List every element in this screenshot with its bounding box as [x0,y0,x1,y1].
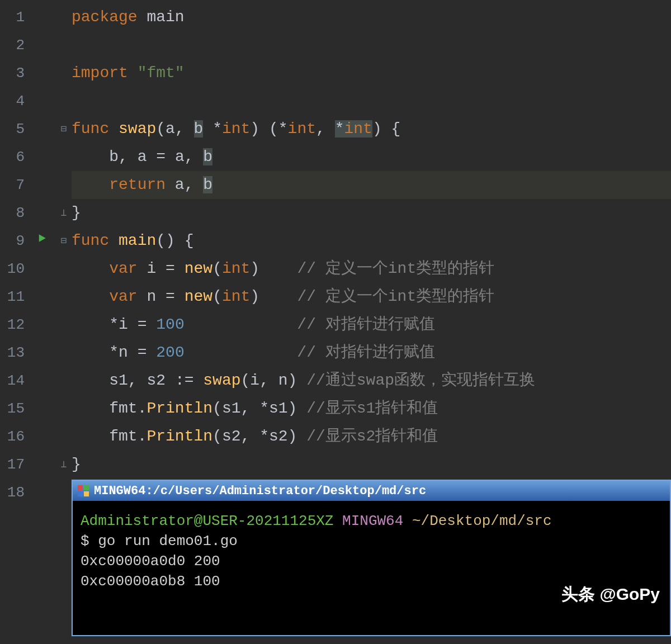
gutter-cell [28,3,56,31]
svg-rect-4 [84,491,89,496]
code-line[interactable]: func swap(a, b *int) (*int, *int) { [72,115,671,143]
fold-cell [56,143,72,171]
gutter-cell [28,339,56,367]
code-line[interactable]: return a, b [72,171,671,199]
gutter-cell [28,199,56,227]
fold-cell [56,283,72,311]
fold-cell [56,31,72,59]
fold-cell [56,59,72,87]
fold-cell [56,423,72,451]
code-line[interactable]: package main [72,3,671,31]
line-number: 15 [0,395,28,423]
line-number: 4 [0,87,28,115]
line-number: 1 [0,3,28,31]
code-line[interactable] [72,31,671,59]
gutter-cell [28,143,56,171]
terminal-path: ~/Desktop/md/src [412,513,552,529]
fold-end-icon: ⊥ [56,451,72,479]
code-line[interactable]: var n = new(int) // 定义一个int类型的指针 [72,283,671,311]
svg-rect-3 [78,491,83,496]
gutter-cell [28,31,56,59]
code-line[interactable]: fmt.Println(s1, *s1) //显示s1指针和值 [72,395,671,423]
line-number: 5 [0,115,28,143]
line-number: 8 [0,199,28,227]
gutter-cell [28,423,56,451]
run-icon[interactable] [28,227,56,255]
line-number: 2 [0,31,28,59]
fold-gutter: ⊟⊥⊟⊥ [56,0,72,506]
code-line[interactable] [72,87,671,115]
terminal-app-icon [77,485,89,497]
terminal-title: MINGW64:/c/Users/Administrator/Desktop/m… [94,484,426,498]
run-gutter [28,0,56,506]
code-line[interactable]: *i = 100 // 对指针进行赋值 [72,311,671,339]
gutter-cell [28,87,56,115]
code-line[interactable]: var i = new(int) // 定义一个int类型的指针 [72,255,671,283]
gutter-cell [28,255,56,283]
svg-rect-2 [84,485,89,490]
terminal-prompt-line: Administrator@USER-20211125XZ MINGW64 ~/… [81,511,662,531]
gutter-cell [28,171,56,199]
gutter-cell [28,59,56,87]
line-number: 10 [0,255,28,283]
gutter-cell [28,311,56,339]
code-line[interactable]: s1, s2 := swap(i, n) //通过swap函数，实现指针互换 [72,367,671,395]
code-line[interactable]: import "fmt" [72,59,671,87]
code-line[interactable]: func main() { [72,227,671,255]
code-line[interactable]: *n = 200 // 对指针进行赋值 [72,339,671,367]
terminal-titlebar[interactable]: MINGW64:/c/Users/Administrator/Desktop/m… [73,481,670,501]
line-number: 13 [0,339,28,367]
svg-marker-0 [39,234,46,242]
fold-cell [56,87,72,115]
line-number: 16 [0,423,28,451]
gutter-cell [28,367,56,395]
terminal-user: Administrator@USER-20211125XZ [81,513,333,529]
terminal-env: MINGW64 [342,513,403,529]
fold-cell [56,171,72,199]
gutter-cell [28,395,56,423]
line-number-gutter: 123456789101112131415161718 [0,0,28,506]
code-line[interactable]: } [72,199,671,227]
code-line[interactable]: b, a = a, b [72,143,671,171]
terminal-window[interactable]: MINGW64:/c/Users/Administrator/Desktop/m… [72,480,671,636]
line-number: 14 [0,367,28,395]
watermark-text: 头条 @GoPy [561,583,660,606]
line-number: 3 [0,59,28,87]
code-line[interactable]: } [72,451,671,479]
fold-cell [56,311,72,339]
fold-cell [56,395,72,423]
line-number: 7 [0,171,28,199]
fold-end-icon: ⊥ [56,199,72,227]
terminal-prompt-symbol: $ [81,533,98,550]
line-number: 9 [0,227,28,255]
gutter-cell [28,451,56,479]
line-number: 17 [0,451,28,479]
fold-cell [56,339,72,367]
fold-cell [56,255,72,283]
fold-open-icon[interactable]: ⊟ [56,115,72,143]
gutter-cell [28,115,56,143]
fold-cell [56,3,72,31]
svg-rect-1 [78,485,83,490]
terminal-command: go run demo01.go [98,533,238,550]
line-number: 18 [0,479,28,506]
code-area[interactable]: package mainimport "fmt"func swap(a, b *… [72,0,671,506]
fold-cell [56,479,72,506]
gutter-cell [28,283,56,311]
fold-open-icon[interactable]: ⊟ [56,227,72,255]
gutter-cell [28,479,56,506]
terminal-command-line: $ go run demo01.go [81,531,662,551]
code-line[interactable]: fmt.Println(s2, *s2) //显示s2指针和值 [72,423,671,451]
line-number: 6 [0,143,28,171]
fold-cell [56,367,72,395]
line-number: 11 [0,283,28,311]
terminal-output-line: 0xc00000a0d0 200 [81,551,662,571]
code-editor[interactable]: 123456789101112131415161718 ⊟⊥⊟⊥ package… [0,0,671,506]
line-number: 12 [0,311,28,339]
